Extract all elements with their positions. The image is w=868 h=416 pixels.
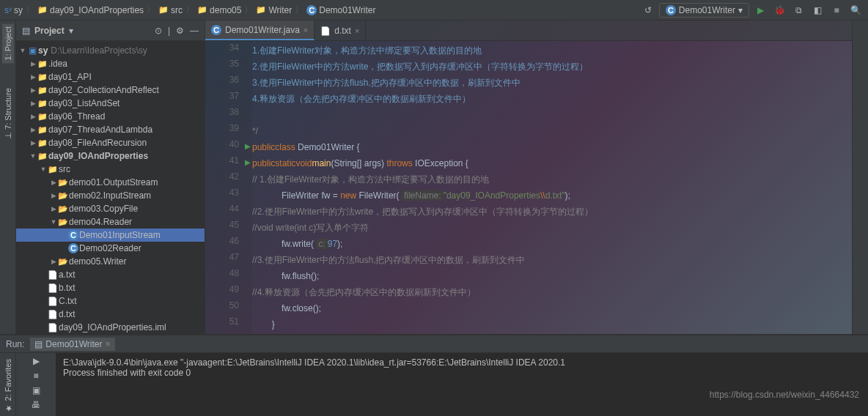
tree-item[interactable]: a.txt (16, 268, 205, 281)
code-line[interactable]: 2.使用FileWriter中的方法write，把数据写入到内存缓冲区中（字符转… (252, 59, 852, 75)
rerun-icon[interactable]: ▶ (33, 356, 40, 366)
breadcrumb-item[interactable]: Writer (256, 5, 292, 15)
expand-icon[interactable]: ▶ (50, 179, 57, 186)
breadcrumb-item[interactable]: src (158, 5, 183, 15)
tree-item[interactable]: ▼day09_IOAndProperties (16, 149, 205, 163)
code-line[interactable]: */ (252, 123, 852, 139)
tree-label: .idea (48, 59, 67, 69)
code-line[interactable] (252, 107, 852, 123)
tree-item[interactable]: ▶demo03.CopyFile (16, 202, 205, 215)
code-line[interactable]: 3.使用FileWriter中的方法flush,把内存缓冲区中的数据，刷新到文件… (252, 75, 852, 91)
editor-tab[interactable]: CDemo01Writer.java× (205, 21, 315, 40)
run-config-selector[interactable]: C Demo01Writer ▾ (659, 3, 749, 18)
code-line[interactable]: //2.使用FileWriter中的方法write，把数据写入到内存缓冲区中（字… (252, 204, 852, 220)
hide-icon[interactable]: — (190, 26, 199, 36)
run-gutter-icon[interactable]: ▶ (245, 158, 251, 166)
code-editor[interactable]: 34353637383940▶41▶4243444546474849505152… (205, 41, 852, 334)
code-line[interactable]: 4.释放资源（会先把内存缓冲区中的数据刷新到文件中） (252, 91, 852, 107)
expand-icon[interactable]: ▶ (29, 73, 37, 81)
tree-item[interactable]: CDemo01InputStream (16, 229, 205, 242)
run-icon[interactable]: ▶ (752, 2, 768, 18)
tree-label: day09_IOAndProperties.iml (59, 322, 166, 333)
tree-item[interactable]: ▶day03_ListAndSet (16, 97, 205, 110)
expand-icon[interactable]: ▼ (50, 218, 57, 226)
stop-icon[interactable]: ■ (33, 371, 38, 381)
chevron-down-icon[interactable]: ▾ (69, 26, 73, 36)
search-icon[interactable]: 🔍 (847, 2, 864, 18)
expand-icon[interactable]: ▶ (29, 60, 37, 67)
tree-item[interactable]: ▶demo01.OutputStream (16, 176, 205, 189)
gear-icon[interactable]: ⚙ (176, 26, 184, 36)
package-icon (57, 257, 69, 267)
debug-icon[interactable]: 🐞 (771, 2, 787, 18)
tree-item[interactable]: ▶day06_Thread (16, 110, 205, 123)
structure-tool-button[interactable]: ⊥ 7: Structure (1, 85, 14, 142)
tree-item[interactable]: b.txt (16, 281, 205, 294)
code-line[interactable]: //4.释放资源（会先把内存缓冲区中的数据刷新到文件中） (252, 284, 852, 300)
breadcrumb-item[interactable]: day09_IOAndProperties (37, 5, 144, 15)
tree-hint: D:\Learn\IdeaProjects\sy (51, 45, 147, 56)
expand-icon[interactable]: ▶ (50, 258, 57, 265)
expand-icon[interactable]: ▶ (29, 100, 37, 107)
close-icon[interactable]: × (304, 26, 308, 34)
tree-item[interactable]: ▼demo04.Reader (16, 215, 205, 229)
expand-icon[interactable]: ▶ (29, 139, 37, 146)
project-tool-button[interactable]: 1: Project (2, 23, 14, 63)
project-tree[interactable]: ▼▣syD:\Learn\IdeaProjects\sy▶.idea▶day01… (16, 41, 205, 334)
close-icon[interactable]: × (106, 339, 111, 349)
editor-area: CDemo01Writer.java×d.txt× 34353637383940… (205, 21, 852, 334)
code-line[interactable]: fw.flush(); (252, 268, 852, 284)
profiler-icon[interactable]: ◧ (809, 2, 825, 18)
tree-item[interactable]: d.txt (16, 308, 205, 321)
code-line[interactable]: fw.close(); (252, 300, 852, 316)
expand-icon[interactable]: ▶ (50, 192, 57, 199)
collapse-icon[interactable]: ⊙ (155, 26, 162, 36)
run-gutter-icon[interactable]: ▶ (245, 142, 251, 150)
code-lines[interactable]: 1.创建FileWriter对象，构造方法中绑定要写入数据的目的地 2.使用Fi… (252, 41, 852, 334)
code-line[interactable]: fw.write( c: 97); (252, 236, 852, 252)
code-line[interactable]: FileWriter fw = new FileWriter( fileName… (252, 187, 852, 204)
breadcrumb-item[interactable]: CDemo01Writer (306, 5, 375, 15)
console-output[interactable]: E:\Java\jdk-9.0.4\bin\java.exe "-javaage… (56, 353, 868, 416)
tree-item[interactable]: day09_IOAndProperties.iml (16, 321, 205, 334)
expand-icon[interactable]: ▶ (29, 126, 37, 133)
expand-icon[interactable]: ▼ (19, 47, 26, 54)
line-number: 51 (205, 316, 252, 333)
tree-root[interactable]: ▼▣syD:\Learn\IdeaProjects\sy (16, 44, 205, 57)
tree-item[interactable]: ▶day08_FileAndRecursion (16, 136, 205, 149)
favorites-tool-button[interactable]: ★ 2: Favorites (1, 356, 14, 416)
tree-item[interactable]: ▼src (16, 163, 205, 176)
expand-icon[interactable]: ▶ (29, 86, 37, 94)
breadcrumb-item[interactable]: sʸsy (4, 5, 23, 15)
run-config-label: Demo01Writer (679, 5, 735, 15)
print-icon[interactable]: 🖶 (32, 400, 40, 410)
close-icon[interactable]: × (355, 26, 359, 35)
run-config-tab[interactable]: ▤ Demo01Writer × (30, 338, 114, 351)
expand-icon[interactable]: ▶ (29, 113, 37, 120)
tree-item[interactable]: ▶day07_ThreadAndLambda (16, 123, 205, 136)
tree-item[interactable]: C.txt (16, 294, 205, 308)
coverage-icon[interactable]: ⧉ (790, 2, 806, 18)
code-line[interactable]: public static void main(String[] args) t… (252, 155, 852, 171)
code-line[interactable]: // 1.创建FileWriter对象，构造方法中绑定要写入数据的目的地 (252, 171, 852, 187)
tree-item[interactable]: ▶.idea (16, 57, 205, 70)
code-line[interactable]: //3.使用FileWriter中的方法flush,把内存缓冲区中的数据，刷新到… (252, 252, 852, 268)
expand-icon[interactable]: ▼ (29, 152, 37, 160)
code-line[interactable]: } (252, 316, 852, 333)
breadcrumb-item[interactable]: demo05 (197, 5, 241, 15)
code-line[interactable]: //void write(int c)写入单个字符 (252, 220, 852, 236)
expand-icon[interactable]: ▶ (50, 205, 57, 212)
tree-item[interactable]: ▶day01_API (16, 70, 205, 83)
code-line[interactable]: 1.创建FileWriter对象，构造方法中绑定要写入数据的目的地 (252, 42, 852, 59)
tree-item[interactable]: ▶demo05.Writer (16, 255, 205, 268)
code-line[interactable]: public class Demo01Writer { (252, 139, 852, 155)
editor-tab[interactable]: d.txt× (315, 21, 366, 40)
expand-icon[interactable]: ▼ (40, 166, 47, 173)
tree-item[interactable]: ▶day02_CollectionAndReflect (16, 83, 205, 97)
build-icon[interactable]: ↺ (640, 2, 656, 18)
line-number: 34 (205, 42, 252, 59)
stop-icon[interactable]: ■ (828, 2, 845, 18)
tree-item[interactable]: CDemo02Reader (16, 242, 205, 255)
tree-item[interactable]: ▶demo02.InputStream (16, 189, 205, 202)
layout-icon[interactable]: ▣ (32, 385, 40, 395)
